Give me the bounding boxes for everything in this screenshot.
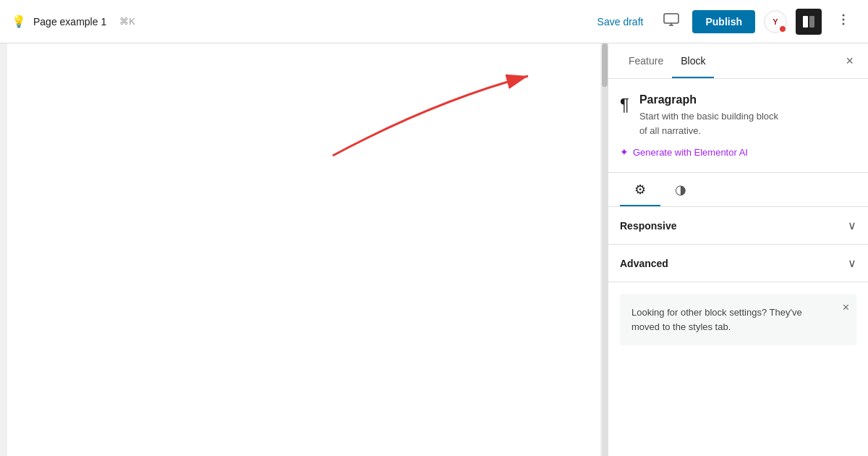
publish-button[interactable]: Publish [692,10,755,33]
lightbulb-icon: 💡 [12,14,26,29]
svg-rect-0 [664,14,678,23]
main-area: Feature Block × ¶ Paragraph Start with t… [0,43,868,456]
svg-point-6 [843,19,845,21]
accordion-advanced: Advanced ∨ [608,245,868,282]
gear-icon: ⚙ [634,182,646,197]
save-draft-button[interactable]: Save draft [590,12,651,32]
sub-tab-style[interactable]: ◑ [660,173,701,206]
chevron-down-icon: ∨ [848,219,856,232]
accordion-responsive-header[interactable]: Responsive ∨ [608,207,868,244]
svg-rect-3 [803,16,808,28]
topbar: 💡 Page example 1 ⌘K Save draft Publish Y [0,0,868,43]
block-info: ¶ Paragraph Start with the basic buildin… [608,79,868,173]
yoast-icon[interactable]: Y [764,10,787,33]
accordion-advanced-header[interactable]: Advanced ∨ [608,245,868,282]
sub-tab-settings[interactable]: ⚙ [620,173,660,206]
topbar-left: 💡 Page example 1 ⌘K [12,14,590,29]
svg-point-7 [843,23,845,25]
svg-point-5 [843,14,845,17]
accordion-responsive: Responsive ∨ [608,207,868,245]
sidebar-tabs: Feature Block × [608,43,868,79]
panels-icon [802,15,815,28]
page-title: Page example 1 [33,16,106,28]
sidebar: Feature Block × ¶ Paragraph Start with t… [608,43,868,456]
tab-feature[interactable]: Feature [620,43,672,78]
scrollbar-thumb[interactable] [602,43,608,87]
block-description-line2: of all narrative. [639,124,778,138]
svg-rect-4 [809,16,814,28]
preview-button[interactable] [659,9,684,34]
notification-close-button[interactable]: × [843,301,849,314]
more-dots-icon [836,12,851,27]
notification-box: Looking for other block settings? They'v… [620,294,856,345]
block-text: Paragraph Start with the basic building … [639,93,778,138]
block-info-header: ¶ Paragraph Start with the basic buildin… [620,93,856,138]
sidebar-close-button[interactable]: × [843,51,856,72]
block-title: Paragraph [639,93,778,106]
more-options-button[interactable] [830,9,856,33]
block-description-line1: Start with the basic building block [639,109,778,124]
advanced-label: Advanced [620,258,668,269]
yoast-label: Y [773,17,778,26]
contrast-icon: ◑ [675,182,686,197]
settings-panel-button[interactable] [796,9,822,35]
topbar-right: Save draft Publish Y [590,9,856,35]
yoast-dot [779,25,786,33]
sub-tabs: ⚙ ◑ [608,173,868,207]
generate-ai-label: Generate with Elementor AI [633,147,748,158]
sparkle-icon: ✦ [620,146,629,158]
keyboard-shortcut: ⌘K [119,16,135,27]
chevron-down-icon-2: ∨ [848,256,856,270]
generate-ai-button[interactable]: ✦ Generate with Elementor AI [620,146,856,158]
paragraph-icon: ¶ [620,95,629,115]
responsive-label: Responsive [620,220,677,232]
canvas-inner [7,43,600,456]
yoast-circle: Y [764,10,787,33]
tab-block[interactable]: Block [672,43,714,78]
canvas [0,43,608,456]
scrollbar-track[interactable] [602,43,608,456]
notification-text: Looking for other block settings? They'v… [631,305,845,334]
monitor-icon [663,13,679,30]
